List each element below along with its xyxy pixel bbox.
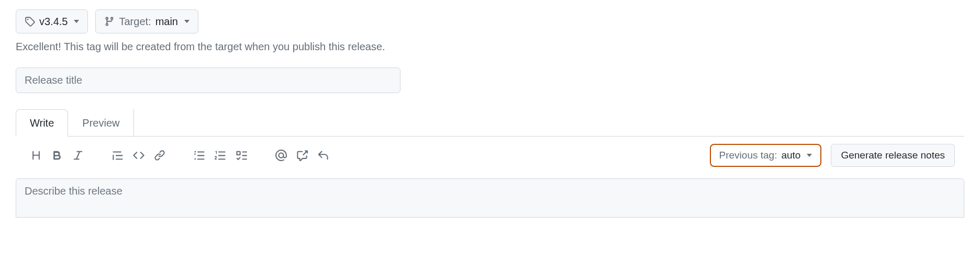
tag-selector-value: v3.4.5: [39, 14, 68, 29]
chevron-down-icon: [184, 20, 190, 23]
italic-button[interactable]: [69, 146, 87, 164]
italic-icon: [72, 150, 84, 161]
mention-button[interactable]: [272, 146, 290, 164]
task-list-button[interactable]: [232, 146, 250, 164]
reference-button[interactable]: [293, 146, 311, 164]
bold-icon: [51, 150, 63, 161]
link-button[interactable]: [151, 146, 169, 164]
description-container: [16, 178, 964, 218]
tasklist-icon: [236, 150, 247, 161]
bold-button[interactable]: [48, 146, 66, 164]
previous-tag-selector[interactable]: Previous tag: auto: [710, 144, 822, 167]
target-label: Target:: [119, 14, 151, 29]
ordered-list-icon: [215, 150, 226, 161]
heading-icon: [30, 150, 42, 161]
tag-hint-text: Excellent! This tag will be created from…: [16, 41, 964, 53]
quote-button[interactable]: [109, 146, 127, 164]
tab-write[interactable]: Write: [16, 109, 68, 137]
code-icon: [133, 150, 144, 161]
release-title-input[interactable]: [16, 67, 400, 93]
ordered-list-button[interactable]: [211, 146, 229, 164]
git-branch-icon: [104, 16, 115, 27]
previous-tag-label: Previous tag:: [719, 150, 777, 161]
reply-icon: [317, 150, 329, 161]
mention-icon: [275, 150, 287, 161]
previous-tag-value: auto: [781, 150, 800, 161]
editor-toolbar: Previous tag: auto Generate release note…: [16, 137, 964, 174]
generate-release-notes-button[interactable]: Generate release notes: [831, 144, 955, 167]
heading-button[interactable]: [27, 146, 45, 164]
chevron-down-icon: [74, 20, 79, 23]
link-icon: [154, 150, 165, 161]
tag-selector-button[interactable]: v3.4.5: [16, 9, 88, 33]
tabbar-spacer: [133, 109, 964, 136]
tab-preview[interactable]: Preview: [68, 109, 133, 137]
unordered-list-icon: [194, 150, 205, 161]
tag-icon: [25, 16, 35, 27]
target-selector-button[interactable]: Target: main: [95, 9, 198, 33]
code-button[interactable]: [130, 146, 148, 164]
unordered-list-button[interactable]: [191, 146, 208, 164]
chevron-down-icon: [807, 154, 812, 157]
description-textarea[interactable]: [25, 185, 955, 209]
quote-icon: [112, 150, 124, 161]
cross-reference-icon: [296, 150, 308, 161]
reply-button[interactable]: [314, 146, 332, 164]
target-value: main: [155, 14, 178, 29]
editor-tabbar: Write Preview: [16, 109, 964, 137]
